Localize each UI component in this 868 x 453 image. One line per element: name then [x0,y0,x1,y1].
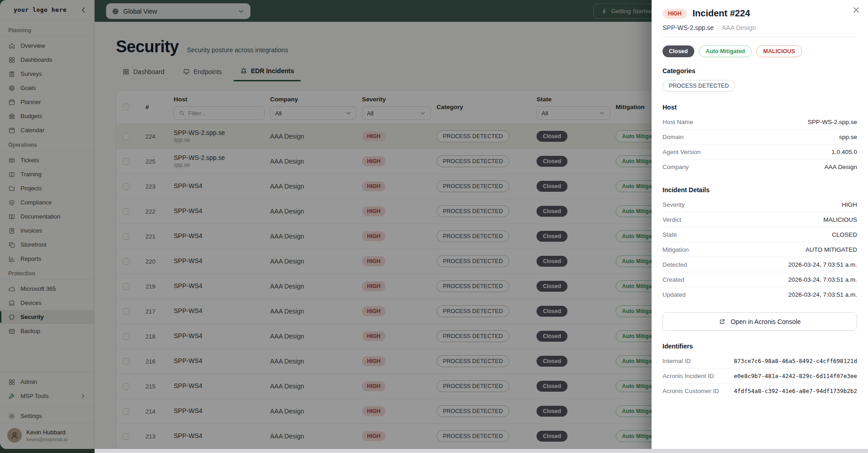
detail-row: CompanyAAA Design [662,159,857,174]
detail-label: Agent Version [662,149,701,155]
host-heading: Host [662,104,857,111]
detail-row: Internal ID873ce7c6-98a8-46a5-8492-c4cff… [662,353,857,368]
detail-label: Domain [662,134,684,140]
severity-badge: HIGH [662,9,687,19]
detail-value: AAA Design [824,164,857,170]
open-acronis-console-button[interactable]: Open in Acronis Console [662,312,857,331]
subtitle-separator: · [716,24,721,31]
detail-row: Acronis Customer ID4fdf54a8-c392-41e6-a8… [662,383,857,398]
category-tags: PROCESS DETECTED [662,80,857,92]
detail-value: 873ce7c6-98a8-46a5-8492-c4cff698121d [734,358,857,364]
detail-value: 4fdf54a8-c392-41e6-a8e7-94df1739b2b2 [734,388,857,394]
horizontal-scrollbar[interactable] [95,449,868,453]
detail-label: Verdict [662,216,681,223]
detail-row: Created2026-03-24, 7:03:51 a.m. [662,272,857,287]
detail-label: Internal ID [662,358,691,364]
incident-host: SPP-WS-2.spp.se [662,24,714,31]
detail-row: StateCLOSED [662,227,857,242]
incident-detail-panel: HIGH Incident #224 SPP-WS-2.spp.se · AAA… [652,0,868,453]
detail-label: Host Name [662,119,693,125]
detail-row: MitigationAUTO MITIGATED [662,242,857,257]
open-acronis-console-label: Open in Acronis Console [731,318,801,325]
detail-value: 2026-03-24, 7:03:51 a.m. [788,291,857,298]
detail-label: Acronis Incident ID [662,373,714,379]
detail-value: 2026-03-24, 7:03:51 a.m. [788,276,857,283]
status-badge-malicious: MALICIOUS [756,45,802,57]
detail-value: CLOSED [832,231,857,238]
identifier-details: Internal ID873ce7c6-98a8-46a5-8492-c4cff… [662,353,857,398]
identifiers-heading: Identifiers [662,343,857,350]
detail-label: Severity [662,201,685,208]
detail-row: Updated2026-03-24, 7:03:51 a.m. [662,287,857,302]
detail-row: VerdictMALICIOUS [662,212,857,227]
detail-label: State [662,231,677,238]
incident-company: AAA Design [722,24,756,31]
detail-row: Domainspp.se [662,129,857,144]
detail-value: HIGH [842,201,857,208]
detail-value: SPP-WS-2.spp.se [808,119,857,125]
status-badge-auto-mitigated: Auto Mitigated [699,45,752,57]
status-badge-closed: Closed [662,45,694,57]
categories-heading: Categories [662,67,857,75]
detail-value: MALICIOUS [823,216,857,223]
incident-details-heading: Incident Details [662,186,857,194]
detail-label: Mitigation [662,246,689,253]
close-icon[interactable] [852,5,861,15]
detail-label: Created [662,276,684,283]
host-details: Host NameSPP-WS-2.spp.seDomainspp.seAgen… [662,114,857,174]
detail-value: e0e8c9b7-481a-4242-829c-6d114f07e3ee [734,373,857,379]
incident-title: Incident #224 [692,8,750,19]
detail-value: AUTO MITIGATED [805,246,857,253]
detail-row: SeverityHIGH [662,197,857,212]
detail-label: Detected [662,261,687,268]
detail-value: 2026-03-24, 7:03:51 a.m. [788,261,857,268]
detail-row: Agent Version1.0.405.0 [662,144,857,159]
detail-label: Company [662,164,689,170]
detail-value: 1.0.405.0 [832,149,857,155]
status-badges: ClosedAuto MitigatedMALICIOUS [662,45,857,57]
detail-row: Detected2026-03-24, 7:03:51 a.m. [662,257,857,272]
incident-details: SeverityHIGHVerdictMALICIOUSStateCLOSEDM… [662,197,857,302]
detail-value: spp.se [839,134,857,140]
external-link-icon [719,319,725,325]
detail-label: Updated [662,291,686,298]
detail-label: Acronis Customer ID [662,388,719,394]
incident-subtitle: SPP-WS-2.spp.se · AAA Design [662,24,857,37]
detail-row: Acronis Incident IDe0e8c9b7-481a-4242-82… [662,368,857,383]
detail-row: Host NameSPP-WS-2.spp.se [662,114,857,129]
category-tag: PROCESS DETECTED [662,80,735,92]
